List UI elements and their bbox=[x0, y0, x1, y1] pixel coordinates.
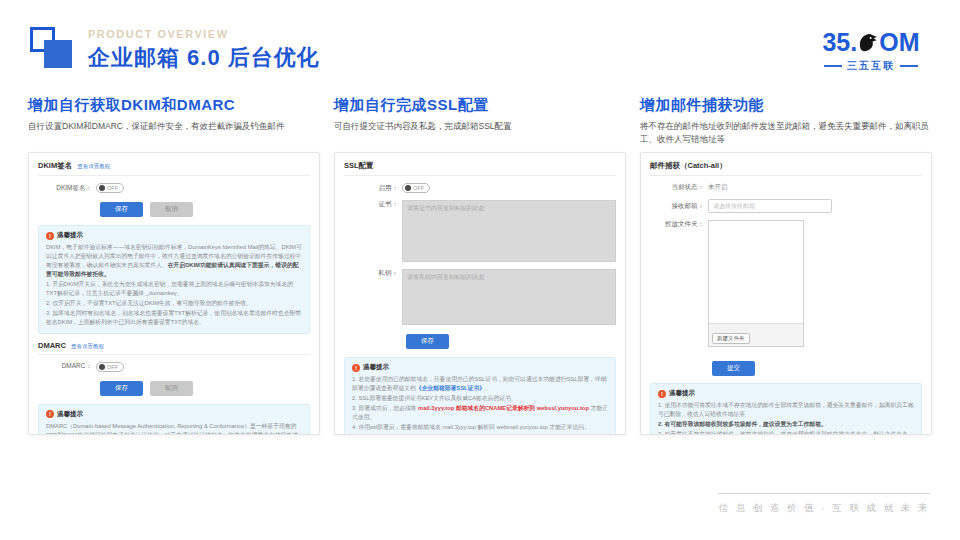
dkim-dmarc-panel: DKIM签名 查看设置教程 DKIM签名： OFF 保存 取消 温馨提示 bbox=[28, 152, 320, 435]
ssl-save-button[interactable]: 保存 bbox=[406, 334, 449, 349]
column-description: 自行设置DKIM和DMARC，保证邮件安全，有效拦截诈骗及钓鱼邮件 bbox=[28, 120, 320, 147]
ssl-section-title: SSL配置 bbox=[344, 161, 374, 171]
dmarc-cancel-button[interactable]: 取消 bbox=[150, 381, 193, 396]
brand-name-post: OM bbox=[879, 30, 919, 55]
dkim-save-button[interactable]: 保存 bbox=[100, 202, 143, 217]
warning-icon bbox=[46, 410, 54, 418]
ssl-key-textarea[interactable] bbox=[402, 269, 616, 325]
dkim-help-link[interactable]: 查看设置教程 bbox=[77, 163, 110, 170]
brand-divider-line bbox=[900, 65, 918, 67]
submit-button[interactable]: 提交 bbox=[712, 361, 755, 376]
ssl-cert-label: 证书： bbox=[344, 200, 402, 209]
column-dkim-dmarc: 增加自行获取DKIM和DMARC 自行设置DKIM和DMARC，保证邮件安全，有… bbox=[28, 96, 320, 435]
eyebrow-label: PRODUCT OVERVIEW bbox=[88, 28, 320, 40]
ssl-doc-link[interactable]: 《企业邮箱部署SSL证书》 bbox=[416, 385, 485, 391]
ssl-panel: SSL配置 启用： OFF 证书： 私钥： 保存 bbox=[334, 152, 626, 435]
footer-slogan: 信 息 创 造 价 值 · 互 联 成 就 未 来 bbox=[718, 502, 930, 515]
notice-title: 温馨提示 bbox=[57, 410, 83, 419]
folder-list[interactable] bbox=[709, 221, 803, 323]
brand-name-pre: 35. bbox=[822, 30, 857, 55]
dkim-notice-item: 3. 如果域名同时有别名域名，别名域名也需要设置TXT解析记录，使用别名域名发送… bbox=[46, 309, 302, 327]
ssl-notice-item: 1. 若您要使用自己的邮箱域名，且要使用自己的SSL证书，则您可以通过本功能进行… bbox=[352, 375, 608, 393]
dmarc-toggle[interactable]: OFF bbox=[96, 362, 124, 372]
dkim-notice-box: 温馨提示 DKIM，电子邮件验证标准——域名密钥识别邮件标准，DomainKey… bbox=[38, 225, 310, 334]
slide-logo-mark-icon bbox=[30, 26, 76, 72]
brand-divider-line bbox=[824, 65, 842, 67]
ssl-enable-label: 启用： bbox=[344, 184, 402, 193]
warning-icon bbox=[46, 232, 54, 240]
column-title: 增加自行获取DKIM和DMARC bbox=[28, 96, 320, 115]
warning-icon bbox=[352, 364, 360, 372]
dkim-notice-item: 1. 开启DKIM开关后，系统会为您生成域名密钥，您需要将上面的域名后缀与密钥串… bbox=[46, 280, 302, 298]
footer: 信 息 创 造 价 值 · 互 联 成 就 未 来 bbox=[718, 493, 930, 515]
warning-icon bbox=[658, 390, 666, 398]
status-value: 未开启 bbox=[708, 183, 728, 192]
brand-logo: 35. OM 三五互联 bbox=[816, 30, 926, 73]
ssl-notice-item: 3. 部署成功后，您必须将 mail.3yyy.top 邮箱域名的CNAME记录… bbox=[352, 404, 608, 422]
dmarc-save-button[interactable]: 保存 bbox=[100, 381, 143, 396]
column-title: 增加邮件捕获功能 bbox=[640, 96, 932, 115]
dmarc-help-link[interactable]: 查看设置教程 bbox=[71, 343, 104, 350]
dmarc-notice-intro: DMARC（Domain-based Message Authenticatio… bbox=[46, 422, 302, 435]
column-title: 增加自行完成SSL配置 bbox=[334, 96, 626, 115]
toggle-state-text: OFF bbox=[107, 185, 118, 191]
folder-label: 投放文件夹： bbox=[650, 220, 708, 229]
dkim-toggle[interactable]: OFF bbox=[96, 183, 124, 193]
new-folder-button[interactable]: 新建文件夹 bbox=[712, 333, 750, 344]
catch-all-notice-item: 2. 有可能导致该邮箱收到较多垃圾邮件，建议设置为非工作邮箱。 bbox=[658, 420, 914, 429]
toggle-knob-icon bbox=[99, 364, 105, 370]
notice-title: 温馨提示 bbox=[363, 363, 389, 372]
ssl-notice-box: 温馨提示 1. 若您要使用自己的邮箱域名，且要使用自己的SSL证书，则您可以通过… bbox=[344, 357, 616, 435]
ssl-notice-item: 2. SSL部署需要您提供证书KEY文件以及权威CA签名后的证书。 bbox=[352, 394, 608, 403]
dmarc-notice-box: 温馨提示 DMARC（Domain-based Message Authenti… bbox=[38, 404, 310, 435]
ssl-enable-toggle[interactable]: OFF bbox=[402, 183, 430, 193]
eagle-icon bbox=[856, 31, 880, 55]
status-label: 当前状态： bbox=[650, 183, 708, 192]
folder-toolbar: 新建文件夹 bbox=[709, 323, 803, 346]
dkim-cancel-button[interactable]: 取消 bbox=[150, 202, 193, 217]
header: PRODUCT OVERVIEW 企业邮箱 6.0 后台优化 35. OM 三五… bbox=[30, 26, 930, 82]
receive-mailbox-input[interactable] bbox=[708, 199, 832, 213]
dkim-notice-intro: DKIM，电子邮件验证标准——域名密钥识别邮件标准，DomainKeys Ide… bbox=[46, 243, 302, 279]
brand-subtitle: 三五互联 bbox=[847, 59, 895, 73]
toggle-state-text: OFF bbox=[107, 364, 118, 370]
dkim-notice-item: 2. 仅开启开关，不设置TXT记录无法让DKIM生效，有可能导致您的邮件被拒收。 bbox=[46, 299, 302, 308]
toggle-knob-icon bbox=[99, 185, 105, 191]
catch-all-panel: 邮件捕获（Catch-all） 当前状态： 未开启 接收邮箱： 投放文件夹： 新… bbox=[640, 152, 932, 435]
logo-filled-square bbox=[44, 40, 72, 68]
catch-all-section-title: 邮件捕获（Catch-all） bbox=[650, 161, 727, 171]
page-title: 企业邮箱 6.0 后台优化 bbox=[88, 43, 320, 73]
column-description: 将不存在的邮件地址收到的邮件发送至此邮箱，避免丢失重要邮件，如离职员工、收件人写… bbox=[640, 120, 932, 147]
catch-all-notice-item: 1. 使用本功能可将发往本域不存在地址的邮件全部转发至该邮箱，避免丢失重要邮件，… bbox=[658, 401, 914, 419]
dmarc-section-title: DMARC bbox=[38, 341, 66, 350]
dkim-toggle-label: DKIM签名： bbox=[38, 184, 96, 193]
ssl-cert-textarea[interactable] bbox=[402, 200, 616, 262]
feature-columns: 增加自行获取DKIM和DMARC 自行设置DKIM和DMARC，保证邮件安全，有… bbox=[28, 96, 932, 435]
toggle-state-text: OFF bbox=[413, 185, 424, 191]
ssl-notice-item: 4. 停用ssl部署后，需要将邮箱域名 mail.3yyy.top 解析回 we… bbox=[352, 423, 608, 432]
notice-title: 温馨提示 bbox=[57, 231, 83, 240]
dkim-section-title: DKIM签名 bbox=[38, 161, 72, 171]
folder-select-box[interactable]: 新建文件夹 bbox=[708, 220, 804, 347]
notice-title: 温馨提示 bbox=[669, 389, 695, 398]
column-ssl: 增加自行完成SSL配置 可自行提交证书内容及私匙，完成邮箱SSL配置 SSL配置… bbox=[334, 96, 626, 435]
column-catch-all: 增加邮件捕获功能 将不存在的邮件地址收到的邮件发送至此邮箱，避免丢失重要邮件，如… bbox=[640, 96, 932, 435]
receive-mailbox-label: 接收邮箱： bbox=[650, 202, 708, 211]
catch-all-notice-item: 3. 对于发往不存在地址的邮件，被首次捕获前，将自动帮您投递到独立的文件夹中，默… bbox=[658, 430, 914, 435]
column-description: 可自行提交证书内容及私匙，完成邮箱SSL配置 bbox=[334, 120, 626, 147]
catch-all-notice-box: 温馨提示 1. 使用本功能可将发往本域不存在地址的邮件全部转发至该邮箱，避免丢失… bbox=[650, 383, 922, 435]
dmarc-toggle-label: DMARC： bbox=[38, 362, 96, 371]
toggle-knob-icon bbox=[405, 185, 411, 191]
ssl-key-label: 私钥： bbox=[344, 269, 402, 278]
